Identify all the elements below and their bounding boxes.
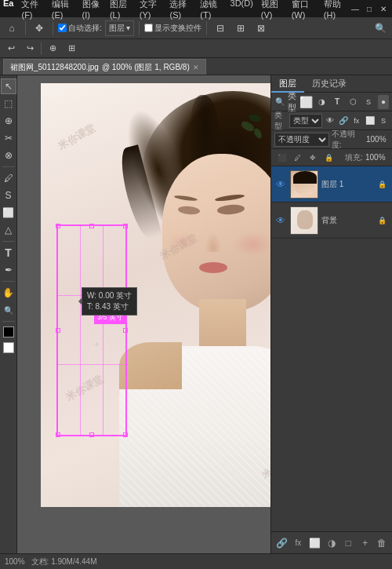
home-icon[interactable]: ⌂	[3, 20, 20, 37]
eraser-tool-icon[interactable]: ⬜	[1, 205, 16, 221]
layer-bg-visibility-icon[interactable]: 👁	[274, 214, 287, 227]
document-tab[interactable]: 裙图网_50112848200.jpg @ 100% (图层 1, RGB/8)…	[3, 59, 206, 75]
lasso-tool-icon[interactable]: ⊕	[1, 113, 16, 129]
layer-1-thumbnail	[290, 170, 318, 199]
right-panel: 图层 历史记录 🔍 类型 ⬜ ◑ T ⬡ S ● 类型	[270, 75, 392, 553]
filter-smart-icon[interactable]: S	[378, 114, 389, 128]
menu-filter[interactable]: 滤镜(T)	[197, 0, 225, 20]
close-button[interactable]: ✕	[378, 3, 389, 14]
filter-fx-icon[interactable]: fx	[351, 114, 362, 128]
lock-position-icon[interactable]: ✥	[306, 151, 320, 165]
search-icon[interactable]: 🔍	[372, 20, 389, 37]
layers-filter-type-icon[interactable]: T	[330, 95, 344, 109]
layer-new-icon[interactable]: +	[358, 536, 372, 550]
layer-link-icon[interactable]: 🔗	[274, 536, 289, 550]
marquee-tool-icon[interactable]: ⬚	[1, 96, 16, 111]
tab-close-icon[interactable]: ✕	[193, 64, 199, 71]
stamp-tool-icon[interactable]: S	[1, 188, 16, 203]
layer-background[interactable]: 👁 背景 🔒	[271, 202, 392, 239]
menu-image[interactable]: 图像(I)	[79, 0, 105, 20]
auto-select-dropdown[interactable]: 图层 ▾	[105, 20, 134, 36]
menu-window[interactable]: 窗口(W)	[289, 0, 319, 20]
nose	[205, 232, 221, 252]
background-color-icon[interactable]	[3, 342, 14, 353]
eyedropper-icon[interactable]: ⊗	[1, 148, 16, 163]
auto-select-checkbox[interactable]: 自动选择:	[58, 23, 102, 34]
layer-mask-icon[interactable]: ⬜	[308, 536, 322, 550]
zoom-value: 100%	[5, 557, 25, 566]
menu-text[interactable]: 文字(Y)	[136, 0, 165, 20]
layer-fx-icon[interactable]: fx	[291, 536, 305, 550]
layers-filter-shape-icon[interactable]: ⬡	[346, 95, 360, 109]
layers-toggle-icon[interactable]: ●	[378, 95, 389, 109]
minimize-button[interactable]: —	[350, 3, 361, 14]
layers-search-icon[interactable]: 🔍	[274, 95, 285, 109]
fill-value: 100%	[365, 153, 389, 162]
transform-input[interactable]	[144, 24, 153, 32]
menu-3d[interactable]: 3D(D)	[227, 0, 256, 20]
layers-filter-pixel-icon[interactable]: ⬜	[299, 95, 313, 109]
undo-icon[interactable]: ↩	[3, 41, 19, 57]
tab-history[interactable]: 历史记录	[304, 75, 354, 93]
redo-icon[interactable]: ↪	[22, 41, 38, 57]
layer-adjustment-icon[interactable]: ◑	[325, 536, 339, 550]
filter-mask-icon[interactable]: ⬜	[365, 114, 376, 128]
dropdown-arrow-icon: ▾	[126, 24, 130, 32]
layer-list: 👁 图层 1 🔒 👁	[271, 166, 392, 531]
blend-mode-select[interactable]: 不透明度 正片叠底 滤色	[274, 133, 329, 147]
filter-eye-icon[interactable]: 👁	[325, 114, 336, 128]
tool-separator-3	[2, 281, 15, 282]
menu-help[interactable]: 帮助(H)	[321, 0, 350, 20]
foreground-color-icon[interactable]	[3, 326, 14, 337]
layer-1-visibility-icon[interactable]: 👁	[274, 178, 287, 191]
canvas-area: 米你课堂 米你课堂 米你课堂 米你课堂	[17, 75, 270, 553]
lock-icons: ⬛ 🖊 ✥ 🔒	[274, 151, 336, 165]
align-icon-2[interactable]: ⊞	[232, 20, 249, 37]
text-tool-icon[interactable]: T	[1, 245, 16, 261]
options-bar: ↩ ↪ ⊕ ⊞	[0, 39, 392, 58]
gradient-tool-icon[interactable]: △	[1, 222, 16, 238]
transform-checkbox[interactable]: 显示变换控件	[144, 23, 201, 34]
photo-canvas: 米你课堂 米你课堂 米你课堂 米你课堂	[41, 83, 270, 507]
lock-image-icon[interactable]: 🖊	[290, 151, 304, 165]
blend-mode-row: 不透明度 正片叠底 滤色 不透明度: 100%	[271, 130, 392, 149]
layer-item-1[interactable]: 👁 图层 1 🔒	[271, 166, 392, 202]
pen-tool-icon[interactable]: ✒	[1, 262, 16, 278]
move-tool-icon[interactable]: ✥	[31, 20, 48, 37]
layer-delete-icon[interactable]: 🗑	[375, 536, 389, 550]
brush-tool-icon[interactable]: 🖊	[1, 170, 16, 186]
fill-label: 填充:	[345, 152, 363, 163]
auto-select-input[interactable]	[58, 24, 67, 32]
menu-file[interactable]: 文件(F)	[18, 0, 46, 20]
align-icon-3[interactable]: ⊠	[252, 20, 270, 37]
maximize-button[interactable]: □	[364, 3, 375, 14]
options-icon-2[interactable]: ⊞	[64, 41, 79, 57]
align-icon-1[interactable]: ⊟	[212, 20, 229, 37]
layers-filter-adjustment-icon[interactable]: ◑	[314, 95, 328, 109]
toolbar-separator-3	[139, 21, 140, 35]
menu-view[interactable]: 视图(V)	[258, 0, 287, 20]
lock-transparent-icon[interactable]: ⬛	[274, 151, 289, 165]
opacity-value: 100%	[366, 135, 389, 144]
toolbar-separator-1	[25, 21, 26, 35]
status-bar: 100% 文档: 1.90M/4.44M	[0, 553, 392, 569]
layers-filter-smart-icon[interactable]: S	[361, 95, 376, 109]
zoom-tool-icon[interactable]: 🔍	[1, 302, 16, 318]
filter-select[interactable]: 类型 名称 效果 模式 属性	[289, 114, 322, 128]
shoulder-left	[119, 342, 182, 389]
crop-tool-icon[interactable]: ✂	[1, 130, 16, 146]
file-info: 文档: 1.90M/4.44M	[31, 556, 97, 567]
lock-all-icon[interactable]: 🔒	[321, 151, 336, 165]
title-bar-menus: Ea 文件(F) 编辑(E) 图像(I) 图层(L) 文字(Y) 选择(S) 滤…	[3, 0, 350, 20]
workspace: ↖ ⬚ ⊕ ✂ ⊗ 🖊 S ⬜ △ T ✒ ✋ 🔍	[0, 75, 392, 553]
menu-layer[interactable]: 图层(L)	[107, 0, 135, 20]
filter-link-icon[interactable]: 🔗	[338, 114, 349, 128]
selection-tool-icon[interactable]: ↖	[1, 78, 16, 94]
transform-label: 显示变换控件	[154, 23, 201, 34]
hand-tool-icon[interactable]: ✋	[1, 285, 16, 301]
distribute-icon[interactable]: ⊕	[45, 41, 60, 57]
layer-group-icon[interactable]: □	[341, 536, 355, 550]
layer-bg-name: 背景	[321, 215, 372, 226]
menu-select[interactable]: 选择(S)	[166, 0, 195, 20]
menu-edit[interactable]: 编辑(E)	[49, 0, 78, 20]
